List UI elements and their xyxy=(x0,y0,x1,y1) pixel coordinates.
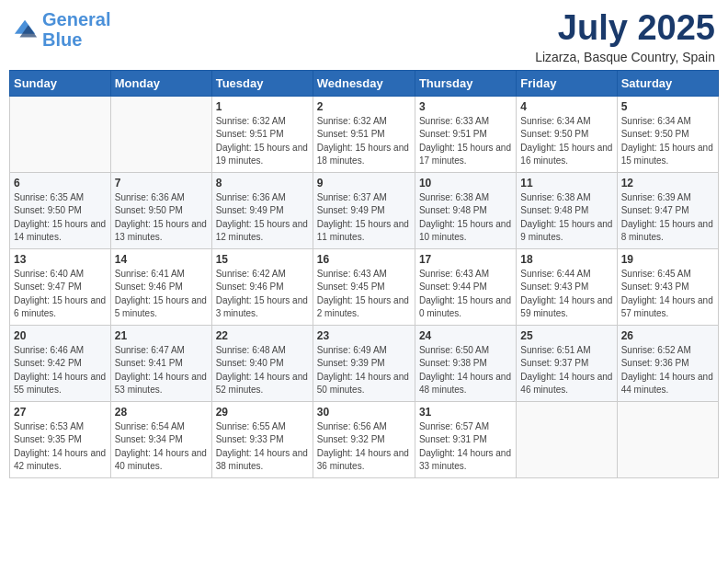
day-number: 20 xyxy=(14,329,107,342)
day-info: Sunrise: 6:42 AM Sunset: 9:46 PM Dayligh… xyxy=(216,268,309,321)
calendar-cell: 17Sunrise: 6:43 AM Sunset: 9:44 PM Dayli… xyxy=(415,248,516,325)
calendar-cell: 1Sunrise: 6:32 AM Sunset: 9:51 PM Daylig… xyxy=(211,96,313,172)
weekday-header-friday: Friday xyxy=(517,70,617,96)
month-title: July 2025 xyxy=(535,9,715,48)
day-info: Sunrise: 6:37 AM Sunset: 9:49 PM Dayligh… xyxy=(317,191,411,245)
day-info: Sunrise: 6:51 AM Sunset: 9:37 PM Dayligh… xyxy=(520,344,612,397)
day-number: 11 xyxy=(520,177,612,190)
day-info: Sunrise: 6:47 AM Sunset: 9:41 PM Dayligh… xyxy=(115,344,208,397)
day-info: Sunrise: 6:32 AM Sunset: 9:51 PM Dayligh… xyxy=(317,115,411,168)
calendar-cell xyxy=(517,401,617,477)
calendar-week-row: 20Sunrise: 6:46 AM Sunset: 9:42 PM Dayli… xyxy=(10,325,719,401)
weekday-header-saturday: Saturday xyxy=(617,70,718,96)
day-number: 21 xyxy=(115,329,208,342)
day-info: Sunrise: 6:44 AM Sunset: 9:43 PM Dayligh… xyxy=(520,268,612,321)
day-number: 17 xyxy=(419,253,512,266)
calendar-cell xyxy=(10,96,111,172)
calendar-cell: 28Sunrise: 6:54 AM Sunset: 9:34 PM Dayli… xyxy=(110,401,211,477)
calendar-cell: 25Sunrise: 6:51 AM Sunset: 9:37 PM Dayli… xyxy=(517,325,617,401)
calendar-cell: 12Sunrise: 6:39 AM Sunset: 9:47 PM Dayli… xyxy=(617,172,718,248)
calendar-body: 1Sunrise: 6:32 AM Sunset: 9:51 PM Daylig… xyxy=(10,96,719,477)
calendar-cell: 11Sunrise: 6:38 AM Sunset: 9:48 PM Dayli… xyxy=(517,172,617,248)
calendar-table: SundayMondayTuesdayWednesdayThursdayFrid… xyxy=(9,70,719,478)
day-info: Sunrise: 6:55 AM Sunset: 9:33 PM Dayligh… xyxy=(216,420,309,474)
calendar-cell: 24Sunrise: 6:50 AM Sunset: 9:38 PM Dayli… xyxy=(415,325,516,401)
day-number: 25 xyxy=(520,329,612,342)
day-number: 9 xyxy=(317,177,411,190)
page-header: General Blue July 2025 Lizarza, Basque C… xyxy=(9,9,719,64)
day-info: Sunrise: 6:39 AM Sunset: 9:47 PM Dayligh… xyxy=(621,191,714,245)
day-number: 19 xyxy=(621,253,714,266)
day-number: 30 xyxy=(317,406,411,419)
day-info: Sunrise: 6:38 AM Sunset: 9:48 PM Dayligh… xyxy=(520,191,612,245)
day-number: 18 xyxy=(520,253,612,266)
day-number: 27 xyxy=(14,406,107,419)
day-info: Sunrise: 6:52 AM Sunset: 9:36 PM Dayligh… xyxy=(621,344,714,397)
day-number: 3 xyxy=(419,100,512,113)
day-info: Sunrise: 6:57 AM Sunset: 9:31 PM Dayligh… xyxy=(419,420,512,474)
day-info: Sunrise: 6:38 AM Sunset: 9:48 PM Dayligh… xyxy=(419,191,512,245)
day-info: Sunrise: 6:34 AM Sunset: 9:50 PM Dayligh… xyxy=(520,115,612,168)
weekday-header-monday: Monday xyxy=(110,70,211,96)
day-number: 22 xyxy=(216,329,309,342)
day-info: Sunrise: 6:54 AM Sunset: 9:34 PM Dayligh… xyxy=(115,420,208,474)
calendar-week-row: 1Sunrise: 6:32 AM Sunset: 9:51 PM Daylig… xyxy=(10,96,719,172)
calendar-cell: 20Sunrise: 6:46 AM Sunset: 9:42 PM Dayli… xyxy=(10,325,111,401)
day-info: Sunrise: 6:40 AM Sunset: 9:47 PM Dayligh… xyxy=(14,268,107,321)
day-number: 29 xyxy=(216,406,309,419)
calendar-cell: 14Sunrise: 6:41 AM Sunset: 9:46 PM Dayli… xyxy=(110,248,211,325)
weekday-header-tuesday: Tuesday xyxy=(211,70,313,96)
day-number: 24 xyxy=(419,329,512,342)
logo: General Blue xyxy=(13,9,110,50)
day-number: 1 xyxy=(216,100,309,113)
day-info: Sunrise: 6:50 AM Sunset: 9:38 PM Dayligh… xyxy=(419,344,512,397)
calendar-cell: 16Sunrise: 6:43 AM Sunset: 9:45 PM Dayli… xyxy=(313,248,415,325)
logo-text: General Blue xyxy=(42,9,110,50)
day-number: 26 xyxy=(621,329,714,342)
day-number: 8 xyxy=(216,177,309,190)
day-info: Sunrise: 6:36 AM Sunset: 9:49 PM Dayligh… xyxy=(216,191,309,245)
calendar-cell: 27Sunrise: 6:53 AM Sunset: 9:35 PM Dayli… xyxy=(10,401,111,477)
day-info: Sunrise: 6:33 AM Sunset: 9:51 PM Dayligh… xyxy=(419,115,512,168)
day-number: 2 xyxy=(317,100,411,113)
day-info: Sunrise: 6:36 AM Sunset: 9:50 PM Dayligh… xyxy=(115,191,208,245)
calendar-cell: 3Sunrise: 6:33 AM Sunset: 9:51 PM Daylig… xyxy=(415,96,516,172)
weekday-header-thursday: Thursday xyxy=(415,70,516,96)
day-number: 6 xyxy=(14,177,107,190)
day-number: 4 xyxy=(520,100,612,113)
day-number: 14 xyxy=(115,253,208,266)
calendar-header-row: SundayMondayTuesdayWednesdayThursdayFrid… xyxy=(10,70,719,96)
calendar-cell: 23Sunrise: 6:49 AM Sunset: 9:39 PM Dayli… xyxy=(313,325,415,401)
calendar-cell: 13Sunrise: 6:40 AM Sunset: 9:47 PM Dayli… xyxy=(10,248,111,325)
calendar-cell: 22Sunrise: 6:48 AM Sunset: 9:40 PM Dayli… xyxy=(211,325,313,401)
calendar-cell: 30Sunrise: 6:56 AM Sunset: 9:32 PM Dayli… xyxy=(313,401,415,477)
weekday-header-sunday: Sunday xyxy=(10,70,111,96)
calendar-cell: 21Sunrise: 6:47 AM Sunset: 9:41 PM Dayli… xyxy=(110,325,211,401)
weekday-header-wednesday: Wednesday xyxy=(313,70,415,96)
calendar-cell: 29Sunrise: 6:55 AM Sunset: 9:33 PM Dayli… xyxy=(211,401,313,477)
day-info: Sunrise: 6:41 AM Sunset: 9:46 PM Dayligh… xyxy=(115,268,208,321)
day-info: Sunrise: 6:43 AM Sunset: 9:45 PM Dayligh… xyxy=(317,268,411,321)
calendar-week-row: 6Sunrise: 6:35 AM Sunset: 9:50 PM Daylig… xyxy=(10,172,719,248)
calendar-cell xyxy=(617,401,718,477)
day-number: 5 xyxy=(621,100,714,113)
calendar-week-row: 13Sunrise: 6:40 AM Sunset: 9:47 PM Dayli… xyxy=(10,248,719,325)
calendar-cell xyxy=(110,96,211,172)
day-info: Sunrise: 6:35 AM Sunset: 9:50 PM Dayligh… xyxy=(14,191,107,245)
calendar-cell: 5Sunrise: 6:34 AM Sunset: 9:50 PM Daylig… xyxy=(617,96,718,172)
calendar-cell: 26Sunrise: 6:52 AM Sunset: 9:36 PM Dayli… xyxy=(617,325,718,401)
day-info: Sunrise: 6:34 AM Sunset: 9:50 PM Dayligh… xyxy=(621,115,714,168)
day-info: Sunrise: 6:46 AM Sunset: 9:42 PM Dayligh… xyxy=(14,344,107,397)
calendar-cell: 7Sunrise: 6:36 AM Sunset: 9:50 PM Daylig… xyxy=(110,172,211,248)
calendar-cell: 8Sunrise: 6:36 AM Sunset: 9:49 PM Daylig… xyxy=(211,172,313,248)
calendar-cell: 19Sunrise: 6:45 AM Sunset: 9:43 PM Dayli… xyxy=(617,248,718,325)
day-info: Sunrise: 6:43 AM Sunset: 9:44 PM Dayligh… xyxy=(419,268,512,321)
calendar-cell: 15Sunrise: 6:42 AM Sunset: 9:46 PM Dayli… xyxy=(211,248,313,325)
day-number: 12 xyxy=(621,177,714,190)
day-info: Sunrise: 6:53 AM Sunset: 9:35 PM Dayligh… xyxy=(14,420,107,474)
day-number: 10 xyxy=(419,177,512,190)
day-number: 7 xyxy=(115,177,208,190)
calendar-week-row: 27Sunrise: 6:53 AM Sunset: 9:35 PM Dayli… xyxy=(10,401,719,477)
day-number: 13 xyxy=(14,253,107,266)
title-block: July 2025 Lizarza, Basque Country, Spain xyxy=(535,9,715,64)
